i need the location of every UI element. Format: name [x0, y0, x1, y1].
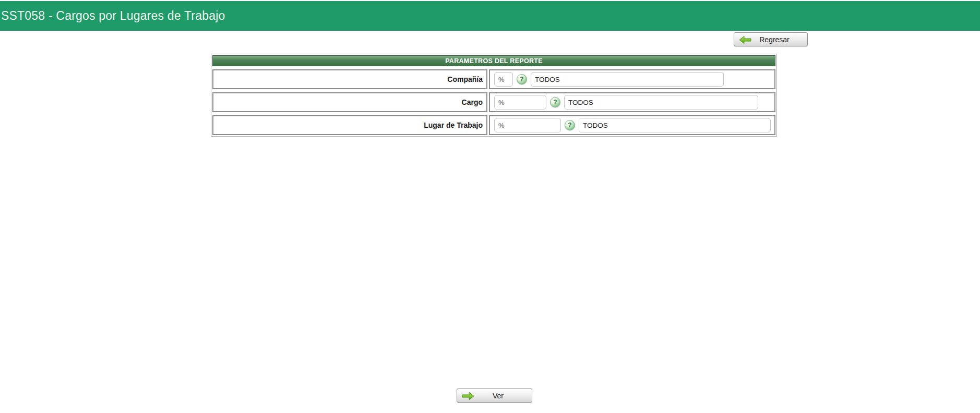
table-row-lugar-de-trabajo: Lugar de Trabajo ?: [212, 115, 775, 135]
cargo-code-input[interactable]: [494, 95, 546, 110]
regresar-button[interactable]: Regresar: [734, 32, 808, 46]
cargo-label-cell: Cargo: [212, 92, 487, 112]
compania-label-cell: Compañía: [212, 69, 487, 89]
cargo-label: Cargo: [462, 98, 483, 106]
compania-label: Compañía: [447, 75, 483, 83]
cargo-help-icon[interactable]: ?: [550, 97, 560, 107]
compania-help-icon[interactable]: ?: [517, 74, 527, 84]
report-parameters-title: PARAMETROS DEL REPORTE: [445, 57, 543, 65]
lugar-help-icon[interactable]: ?: [565, 120, 575, 130]
compania-code-input[interactable]: [494, 72, 513, 87]
report-parameters-header: PARAMETROS DEL REPORTE: [212, 55, 775, 66]
back-arrow-icon: [739, 35, 751, 44]
report-parameters-table: PARAMETROS DEL REPORTE Compañía ? Cargo …: [211, 54, 777, 137]
table-row-compania: Compañía ?: [212, 69, 775, 89]
lugar-inputs-cell: ?: [489, 115, 775, 135]
forward-arrow-icon: [462, 392, 474, 400]
page-title: SST058 - Cargos por Lugares de Trabajo: [0, 9, 225, 23]
title-bar: SST058 - Cargos por Lugares de Trabajo: [0, 1, 980, 31]
lugar-label-cell: Lugar de Trabajo: [212, 115, 487, 135]
lugar-code-input[interactable]: [494, 118, 561, 132]
lugar-label: Lugar de Trabajo: [424, 121, 483, 129]
lugar-description-input[interactable]: [579, 118, 771, 132]
ver-button[interactable]: Ver: [457, 388, 532, 403]
table-row-cargo: Cargo ?: [212, 92, 775, 112]
cargo-description-input[interactable]: [564, 95, 758, 110]
compania-inputs-cell: ?: [489, 69, 775, 89]
page: SST058 - Cargos por Lugares de Trabajo R…: [0, 0, 980, 413]
cargo-inputs-cell: ?: [489, 92, 775, 112]
compania-description-input[interactable]: [531, 72, 724, 87]
